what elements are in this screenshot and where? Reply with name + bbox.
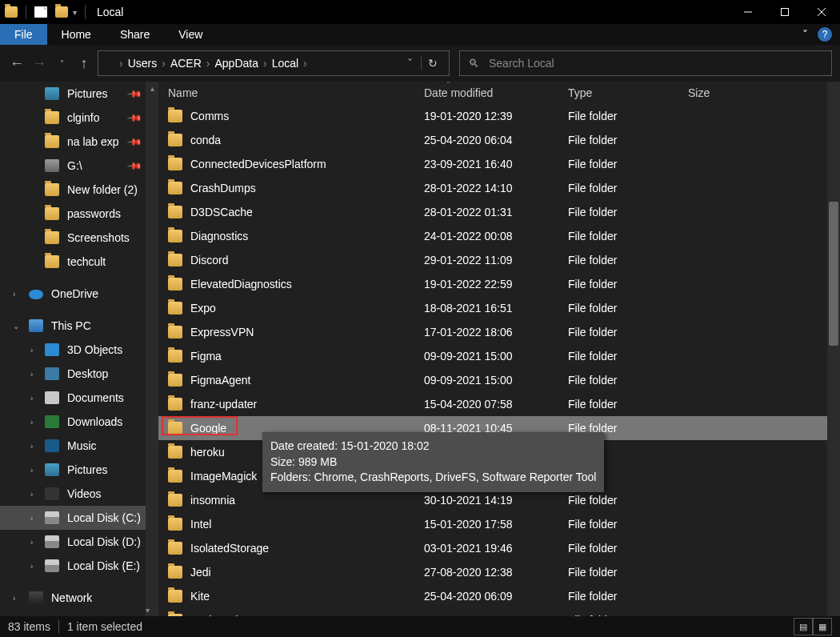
file-row[interactable]: IsolatedStorage03-01-2021 19:46File fold… (158, 536, 840, 560)
sidebar-item[interactable]: New folder (2) (0, 178, 158, 202)
col-size[interactable]: Size (678, 86, 840, 99)
close-button[interactable] (803, 0, 840, 24)
expand-icon[interactable]: › (30, 418, 33, 427)
file-name: Figma (190, 350, 222, 363)
file-row[interactable]: Jedi27-08-2020 12:38File folder (158, 560, 840, 584)
file-scrollbar[interactable] (827, 82, 840, 616)
minimize-button[interactable] (730, 0, 766, 24)
file-row[interactable]: D3DSCache28-01-2022 01:31File folder (158, 200, 840, 224)
search-box[interactable]: 🔍︎ Search Local (459, 50, 832, 76)
sidebar-item[interactable]: ›Documents (0, 386, 158, 410)
folder-icon (168, 326, 182, 339)
tab-view[interactable]: View (164, 25, 217, 44)
sidebar-item-label: Pictures (67, 87, 108, 100)
nav-forward-button[interactable]: → (30, 55, 48, 72)
file-row[interactable]: CrashDumps28-01-2022 14:10File folder (158, 176, 840, 200)
file-row[interactable]: Intel15-01-2020 17:58File folder (158, 512, 840, 536)
breadcrumb[interactable]: Users (123, 57, 162, 70)
expand-icon[interactable]: › (30, 442, 33, 451)
expand-icon[interactable]: › (30, 538, 33, 547)
file-row[interactable]: Diagnostics24-01-2022 00:08File folder (158, 224, 840, 248)
sidebar-item[interactable]: ›3D Objects (0, 338, 158, 362)
sidebar-item[interactable]: Pictures📌 (0, 82, 158, 106)
qat-newfolder-icon[interactable] (55, 6, 68, 18)
address-dropdown-icon[interactable]: ˅ (399, 57, 421, 70)
file-row[interactable]: conda25-04-2020 06:04File folder (158, 128, 840, 152)
expand-icon[interactable]: › (30, 490, 33, 499)
folder-icon (45, 207, 59, 220)
file-row[interactable]: franz-updater15-04-2020 07:58File folder (158, 392, 840, 416)
sidebar-thispc[interactable]: ⌄This PC (0, 314, 158, 338)
expand-icon[interactable]: › (30, 370, 33, 379)
folder-icon (168, 590, 182, 603)
file-row[interactable]: Discord29-01-2022 11:09File folder (158, 248, 840, 272)
breadcrumb[interactable]: Local (267, 57, 303, 70)
sidebar-item[interactable]: Screenshots (0, 226, 158, 250)
sidebar-item-label: clginfo (67, 111, 99, 124)
col-date[interactable]: Date modified (414, 86, 558, 99)
ribbon-collapse-icon[interactable]: ˅ (796, 28, 814, 41)
nav-back-button[interactable]: ← (8, 55, 26, 72)
file-row[interactable]: FigmaAgent09-09-2021 15:00File folder (158, 368, 840, 392)
file-row[interactable]: Kite25-04-2020 06:09File folder (158, 584, 840, 608)
sidebar-item[interactable]: techcult (0, 250, 158, 274)
sidebar-item[interactable]: G:\📌 (0, 154, 158, 178)
address-bar[interactable]: › Users › ACER › AppData › Local › ˅ ↻ (98, 50, 450, 76)
nav-history-button[interactable]: ˅ (53, 59, 70, 68)
expand-icon[interactable]: › (30, 466, 33, 475)
sidebar-item[interactable]: ›Music (0, 434, 158, 458)
sidebar-item[interactable]: ›Desktop (0, 362, 158, 386)
file-name: heroku (190, 446, 225, 459)
sidebar-item[interactable]: ›Local Disk (C:) (0, 506, 158, 530)
file-tab[interactable]: File (0, 24, 47, 45)
expand-icon[interactable]: › (13, 594, 15, 603)
sidebar-item[interactable]: ›Downloads (0, 410, 158, 434)
sidebar-item[interactable]: passwords (0, 202, 158, 226)
maximize-button[interactable] (766, 0, 803, 24)
sidebar-item[interactable]: ›Pictures (0, 458, 158, 482)
refresh-button[interactable]: ↻ (421, 57, 444, 70)
expand-icon[interactable]: › (13, 290, 15, 298)
file-row[interactable]: ConnectedDevicesPlatform23-09-2021 16:40… (158, 152, 840, 176)
folder-icon (45, 183, 59, 196)
expand-icon[interactable]: › (30, 514, 33, 523)
sidebar-item[interactable]: ›Local Disk (D:) (0, 530, 158, 554)
expand-icon[interactable]: › (30, 562, 33, 571)
desk-icon (45, 367, 59, 380)
qat-properties-icon[interactable] (34, 6, 47, 18)
file-date: 09-09-2021 15:00 (414, 374, 558, 387)
col-type[interactable]: Type (558, 86, 678, 99)
sidebar-item-label: G:\ (67, 159, 82, 172)
sidebar-item-label: passwords (67, 207, 121, 220)
sidebar-item[interactable]: clginfo📌 (0, 106, 158, 130)
file-type: File folder (558, 614, 678, 616)
view-details-button[interactable]: ▤ (794, 618, 813, 635)
file-row[interactable]: Figma09-09-2021 15:00File folder (158, 344, 840, 368)
file-row[interactable]: Comms19-01-2020 12:39File folder (158, 104, 840, 128)
expand-icon[interactable]: › (30, 346, 33, 355)
nav-up-button[interactable]: ↑ (75, 55, 93, 72)
expand-icon[interactable]: › (30, 394, 33, 403)
help-button[interactable]: ? (818, 27, 832, 42)
file-type: File folder (558, 110, 678, 122)
view-large-button[interactable]: ▦ (813, 618, 832, 635)
col-name[interactable]: Name (158, 86, 414, 99)
sidebar-network[interactable]: ›Network (0, 586, 158, 610)
file-type: File folder (558, 278, 678, 290)
sidebar-onedrive[interactable]: ›OneDrive (0, 282, 158, 306)
file-type: File folder (558, 254, 678, 266)
file-row[interactable]: MathWorks26-08-2020 08:07File folder (158, 608, 840, 616)
file-row[interactable]: ExpressVPN17-01-2022 18:06File folder (158, 320, 840, 344)
file-row[interactable]: ElevatedDiagnostics19-01-2022 22:59File … (158, 272, 840, 296)
sidebar-item[interactable]: ›Videos (0, 482, 158, 506)
sidebar-item[interactable]: ›Local Disk (E:) (0, 554, 158, 578)
breadcrumb[interactable]: AppData (210, 57, 262, 70)
breadcrumb[interactable]: ACER (166, 57, 206, 70)
sidebar-item[interactable]: na lab exp📌 (0, 130, 158, 154)
qat-dropdown-icon[interactable]: ▾ (73, 8, 77, 17)
collapse-icon[interactable]: ⌄ (13, 322, 19, 331)
file-row[interactable]: Expo18-08-2021 16:51File folder (158, 296, 840, 320)
tab-share[interactable]: Share (106, 25, 164, 44)
tab-home[interactable]: Home (47, 25, 106, 44)
sidebar-scrollbar[interactable]: ▴▾ (146, 82, 158, 616)
